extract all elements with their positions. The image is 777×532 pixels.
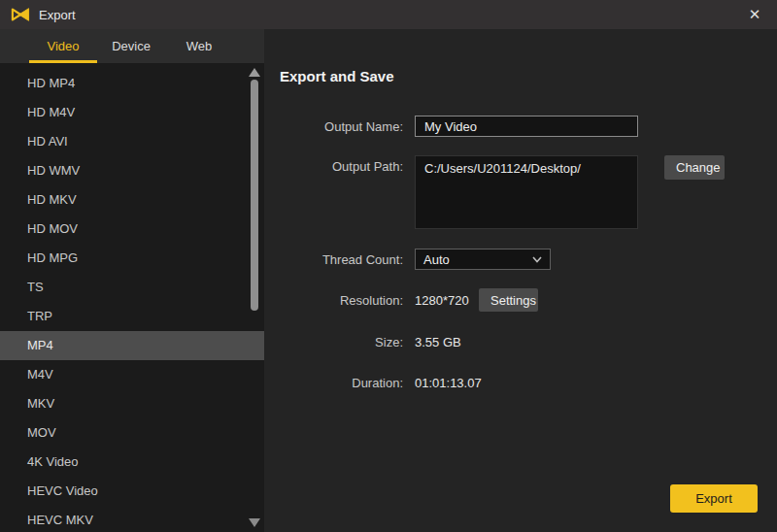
left-column: Video Device Web HD MP4HD M4VHD AVIHD WM…: [0, 29, 264, 532]
output-name-label: Output Name:: [264, 119, 403, 134]
sidebar-item-4k-video[interactable]: 4K Video: [0, 448, 264, 477]
thread-count-value: Auto: [423, 252, 532, 267]
panel-heading: Export and Save: [280, 68, 394, 84]
titlebar: Export ✕: [0, 0, 777, 29]
export-dialog: Export ✕ Video Device Web HD MP4HD M4VHD…: [0, 0, 777, 532]
sidebar-item-hd-wmv[interactable]: HD WMV: [0, 156, 264, 185]
tab-bar: Video Device Web: [0, 29, 264, 63]
sidebar-item-ts[interactable]: TS: [0, 273, 264, 302]
thread-count-dropdown[interactable]: Auto: [415, 249, 551, 270]
close-icon[interactable]: ✕: [744, 5, 765, 24]
sidebar-item-hd-mpg[interactable]: HD MPG: [0, 244, 264, 273]
sidebar-item-hevc-mkv[interactable]: HEVC MKV: [0, 506, 264, 532]
filmora-logo-icon: [10, 6, 31, 23]
export-button[interactable]: Export: [670, 484, 758, 513]
sidebar-item-trp[interactable]: TRP: [0, 302, 264, 331]
format-list: HD MP4HD M4VHD AVIHD WMVHD MKVHD MOVHD M…: [0, 63, 264, 532]
tab-device[interactable]: Device: [97, 29, 165, 63]
size-row: Size: 3.55 GB: [264, 331, 461, 352]
output-name-input[interactable]: [415, 116, 638, 137]
thread-count-row: Thread Count: Auto: [264, 249, 551, 270]
scrollbar-down-icon[interactable]: [249, 518, 260, 527]
resolution-settings-button[interactable]: Settings: [479, 288, 538, 312]
output-path-row: Output Path: C:/Users/U201124/Desktop/ C…: [264, 155, 725, 229]
size-value: 3.55 GB: [415, 335, 461, 349]
resolution-value: 1280*720: [415, 293, 479, 308]
change-path-button[interactable]: Change: [664, 155, 725, 180]
thread-count-label: Thread Count:: [264, 252, 403, 267]
duration-value: 01:01:13.07: [415, 376, 482, 390]
size-label: Size:: [264, 335, 403, 349]
sidebar-item-mov[interactable]: MOV: [0, 418, 264, 448]
output-name-row: Output Name:: [264, 116, 638, 137]
export-panel: Export and Save Output Name: Output Path…: [264, 29, 777, 532]
scrollbar-up-icon[interactable]: [249, 68, 260, 77]
sidebar-item-hd-mp4[interactable]: HD MP4: [0, 69, 264, 98]
sidebar-item-m4v[interactable]: M4V: [0, 360, 264, 389]
sidebar-item-hd-mov[interactable]: HD MOV: [0, 215, 264, 244]
duration-row: Duration: 01:01:13.07: [264, 372, 482, 393]
sidebar-item-hevc-video[interactable]: HEVC Video: [0, 477, 264, 506]
output-path-label: Output Path:: [264, 155, 403, 179]
chevron-down-icon: [532, 256, 542, 263]
sidebar-item-mp4[interactable]: MP4: [0, 331, 264, 360]
tab-web[interactable]: Web: [165, 29, 233, 63]
tab-video[interactable]: Video: [29, 29, 97, 63]
window-title: Export: [39, 8, 76, 22]
output-path-box[interactable]: C:/Users/U201124/Desktop/: [415, 155, 638, 229]
duration-label: Duration:: [264, 376, 403, 390]
sidebar-item-mkv[interactable]: MKV: [0, 389, 264, 418]
resolution-label: Resolution:: [264, 293, 403, 308]
sidebar-item-hd-mkv[interactable]: HD MKV: [0, 185, 264, 215]
sidebar-item-hd-m4v[interactable]: HD M4V: [0, 98, 264, 127]
sidebar-item-hd-avi[interactable]: HD AVI: [0, 127, 264, 156]
scrollbar-thumb[interactable]: [251, 80, 258, 311]
resolution-row: Resolution: 1280*720 Settings: [264, 288, 538, 312]
